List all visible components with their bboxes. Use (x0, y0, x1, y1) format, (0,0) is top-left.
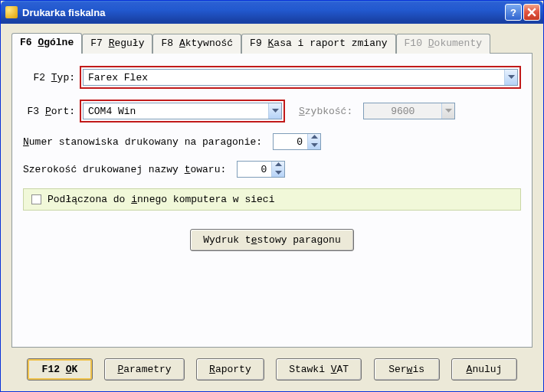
network-checkbox-bar: Podłączona do innego komputera w sieci (23, 188, 521, 211)
close-button[interactable] (523, 4, 540, 21)
chevron-down-icon (311, 143, 318, 149)
row-typ: F2 Typ: Farex Flex (23, 66, 521, 89)
spinner-szer[interactable]: 0 (237, 161, 285, 178)
highlight-port: COM4 Win (80, 100, 285, 122)
chevron-up-icon (311, 135, 318, 140)
spinner-arrows[interactable] (307, 134, 320, 149)
dialog-button-row: F12 OK Parametry Raporty Stawki VAT Serw… (11, 348, 533, 384)
chevron-down-icon (275, 171, 282, 176)
label-port: F3 Port: (23, 106, 75, 117)
help-button[interactable]: ? (505, 4, 522, 21)
row-szer: Szerokość drukowanej nazwy towaru: 0 (23, 161, 521, 178)
tab-2[interactable]: F8 Aktywność (152, 34, 241, 54)
row-test-print: Wydruk testowy paragonu (23, 229, 521, 251)
cancel-button[interactable]: Anuluj (451, 358, 517, 381)
app-icon (5, 6, 18, 18)
parameters-button[interactable]: Parametry (104, 358, 184, 381)
combo-typ-value: Farex Flex (84, 72, 152, 83)
reports-button[interactable]: Raporty (196, 358, 264, 381)
ok-button[interactable]: F12 OK (27, 358, 93, 381)
service-button[interactable]: Serwis (374, 358, 440, 381)
label-checkbox-network: Podłączona do innego komputera w sieci (48, 194, 274, 205)
close-icon (527, 8, 536, 17)
label-numer: Numer stanowiska drukowany na paragonie: (23, 136, 262, 148)
tabs-container: F6 OgólneF7 RegułyF8 AktywnośćF9 Kasa i … (11, 33, 533, 348)
combo-speed: 9600 (363, 103, 455, 119)
highlight-typ: Farex Flex (80, 66, 521, 89)
label-typ: F2 Typ: (23, 72, 75, 83)
chevron-down-icon (441, 103, 454, 119)
spinner-szer-value: 0 (238, 164, 271, 175)
label-szer: Szerokość drukowanej nazwy towaru: (23, 164, 226, 175)
titlebar: Drukarka fiskalna ? (1, 1, 543, 24)
combo-typ[interactable]: Farex Flex (83, 69, 518, 86)
tab-3[interactable]: F9 Kasa i raport zmiany (241, 34, 395, 54)
tab-panel-general: F2 Typ: Farex Flex F3 Port: (11, 53, 533, 348)
tabstrip: F6 OgólneF7 RegułyF8 AktywnośćF9 Kasa i … (11, 33, 533, 53)
dialog-window: Drukarka fiskalna ? F6 OgólneF7 RegułyF8… (0, 0, 544, 392)
spinner-numer-value: 0 (274, 136, 307, 148)
test-print-button[interactable]: Wydruk testowy paragonu (190, 229, 353, 251)
combo-port[interactable]: COM4 Win (83, 103, 282, 119)
chevron-up-icon (275, 162, 282, 168)
label-speed: Szybkość: (299, 106, 352, 117)
row-port: F3 Port: COM4 Win Szybkość: (23, 100, 521, 122)
tab-0[interactable]: F6 Ogólne (11, 33, 82, 53)
tab-4: F10 Dokumenty (396, 34, 490, 54)
spinner-arrows[interactable] (271, 162, 284, 177)
spinner-numer[interactable]: 0 (273, 133, 321, 150)
chevron-down-icon[interactable] (504, 70, 517, 85)
combo-port-value: COM4 Win (84, 106, 140, 117)
vat-rates-button[interactable]: Stawki VAT (276, 358, 362, 381)
checkbox-network[interactable] (31, 194, 41, 204)
content-area: F6 OgólneF7 RegułyF8 AktywnośćF9 Kasa i … (1, 24, 543, 391)
chevron-down-icon[interactable] (268, 103, 281, 119)
row-numer: Numer stanowiska drukowany na paragonie:… (23, 133, 521, 150)
window-title: Drukarka fiskalna (22, 7, 105, 18)
combo-speed-value: 9600 (364, 106, 441, 117)
tab-1[interactable]: F7 Reguły (82, 34, 152, 54)
